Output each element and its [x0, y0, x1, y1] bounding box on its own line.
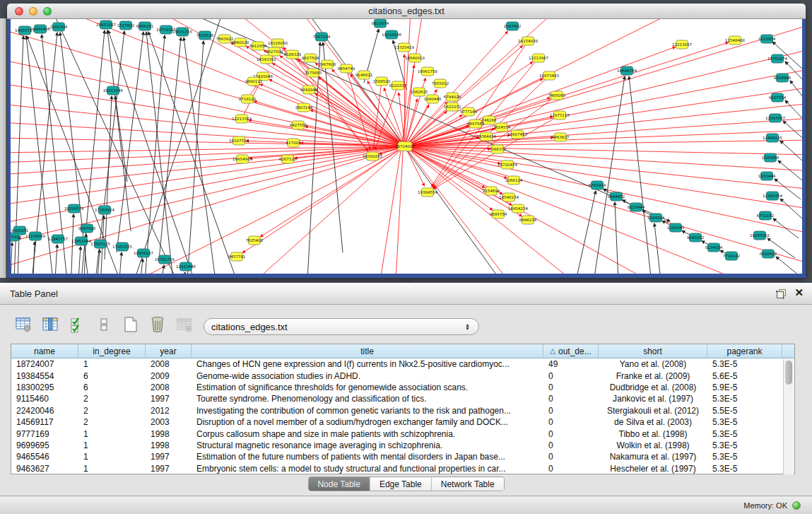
table-row[interactable]: 911546021997Tourette syndrome. Phenomeno…	[11, 393, 794, 404]
table-cell[interactable]: Structural magnetic resonance image aver…	[192, 440, 543, 450]
table-cell[interactable]: 1997	[146, 394, 192, 404]
table-cell[interactable]: Genome-wide association studies in ADHD.	[192, 371, 543, 381]
table-cell[interactable]: Embryonic stem cells: a model to study s…	[192, 464, 543, 474]
network-view[interactable]: 1872400776638229860128891295418226058982…	[11, 19, 802, 274]
minimize-window-button[interactable]	[29, 7, 37, 16]
table-cell[interactable]: 1	[78, 452, 146, 462]
table-cell[interactable]: 1	[78, 440, 146, 450]
table-cell[interactable]: 1998	[146, 429, 192, 439]
table-cell[interactable]: Corpus callosum shape and size in male p…	[192, 429, 543, 439]
network-canvas[interactable]: 1872400776638229860128891295418226058982…	[11, 19, 802, 274]
table-cell[interactable]: 2009	[146, 371, 192, 381]
table-row[interactable]: 1456911722003Disruption of a novel membe…	[11, 416, 794, 428]
zoom-window-button[interactable]	[43, 7, 52, 16]
table-cell[interactable]: 22420046	[11, 406, 78, 416]
table-cell[interactable]: Franke et al. (2009)	[599, 371, 707, 381]
table-cell[interactable]: 5.3E-5	[707, 359, 782, 369]
close-window-button[interactable]	[15, 7, 23, 16]
table-cell[interactable]: 2	[78, 394, 146, 404]
table-cell[interactable]: 0	[543, 371, 599, 381]
table-cell[interactable]: 5.6E-5	[707, 371, 782, 381]
column-header-pagerank[interactable]: pagerank	[707, 344, 782, 358]
table-cell[interactable]: 1997	[146, 452, 192, 462]
table-cell[interactable]: 2008	[146, 382, 192, 392]
scrollbar-thumb[interactable]	[785, 361, 792, 385]
table-cell[interactable]: 9777169	[11, 429, 78, 439]
table-cell[interactable]: Tourette syndrome. Phenomenology and cla…	[192, 394, 543, 404]
table-cell[interactable]: 9699695	[11, 440, 78, 450]
table-cell[interactable]: Nakamura et al. (1997)	[599, 452, 707, 462]
table-cell[interactable]: 14569117	[11, 417, 78, 427]
table-cell[interactable]: 0	[543, 394, 599, 404]
new-table-icon[interactable]	[122, 315, 140, 334]
table-cell[interactable]: 0	[543, 406, 599, 416]
table-cell[interactable]: 5.9E-5	[707, 382, 782, 392]
table-cell[interactable]: 2	[78, 417, 146, 427]
table-cell[interactable]: Disruption of a novel member of a sodium…	[192, 417, 543, 427]
column-header-out_de[interactable]: △out_de...	[543, 344, 599, 358]
table-row[interactable]: 946362711997Embryonic stem cells: a mode…	[11, 463, 794, 474]
delete-table-icon[interactable]	[175, 315, 194, 334]
table-cell[interactable]: Tibbo et al. (1998)	[599, 429, 707, 439]
table-cell[interactable]: 2008	[146, 359, 192, 369]
table-cell[interactable]: Jankovic et al. (1997)	[599, 394, 707, 404]
column-header-short[interactable]: short	[599, 344, 707, 358]
tab-node-table[interactable]: Node Table	[308, 477, 370, 491]
table-cell[interactable]: 5.3E-5	[707, 464, 782, 474]
table-cell[interactable]: Estimation of the future numbers of pati…	[192, 452, 543, 462]
table-row[interactable]: 1938455462009Genome-wide association stu…	[11, 370, 794, 381]
table-cell[interactable]: Yano et al. (2008)	[599, 359, 707, 369]
split-pane-divider[interactable]	[400, 279, 411, 282]
column-header-in_degree[interactable]: in_degree	[78, 344, 146, 358]
table-mode-icon[interactable]	[95, 315, 113, 334]
table-cell[interactable]: Wolkin et al. (1998)	[599, 440, 707, 450]
table-cell[interactable]: 2012	[146, 406, 192, 416]
table-cell[interactable]: 2	[78, 406, 146, 416]
table-cell[interactable]: 1997	[146, 464, 192, 474]
table-cell[interactable]: 0	[543, 452, 599, 462]
table-cell[interactable]: 9465546	[11, 452, 78, 462]
table-row[interactable]: 977716911998Corpus callosum shape and si…	[11, 428, 794, 439]
table-cell[interactable]: 19384554	[11, 371, 78, 381]
table-cell[interactable]: 0	[543, 464, 599, 474]
table-cell[interactable]: 5.5E-5	[707, 406, 782, 416]
table-cell[interactable]: 9115460	[11, 394, 78, 404]
table-row[interactable]: 1872400712008Changes of HCN gene express…	[11, 358, 794, 370]
table-cell[interactable]: 5.3E-5	[707, 440, 782, 450]
table-cell[interactable]: 5.3E-5	[707, 452, 782, 462]
table-selector-dropdown[interactable]: citations_edges.txt ▲▼	[204, 318, 479, 335]
column-header-name[interactable]: name	[11, 344, 78, 358]
table-cell[interactable]: 18724007	[11, 359, 78, 369]
table-cell[interactable]: 2003	[146, 417, 192, 427]
table-row[interactable]: 969969511998Structural magnetic resonanc…	[11, 440, 794, 451]
table-cell[interactable]: 0	[543, 429, 599, 439]
table-cell[interactable]: 49	[543, 359, 599, 369]
table-cell[interactable]: de Silva et al. (2003)	[599, 417, 707, 427]
vertical-scrollbar[interactable]	[783, 359, 794, 474]
table-row[interactable]: 2242004622012Investigating the contribut…	[11, 405, 794, 416]
row-selection-icon[interactable]	[68, 315, 86, 334]
table-cell[interactable]: 5.3E-5	[707, 429, 782, 439]
table-cell[interactable]: Stergiakouli et al. (2012)	[599, 406, 707, 416]
column-visibility-icon[interactable]	[41, 315, 59, 334]
table-cell[interactable]: 1	[78, 359, 146, 369]
table-cell[interactable]: 6	[78, 371, 146, 381]
close-panel-icon[interactable]: ✕	[794, 286, 804, 299]
table-cell[interactable]: 0	[543, 382, 599, 392]
delete-rows-icon[interactable]	[148, 315, 167, 334]
column-header-year[interactable]: year	[146, 344, 192, 358]
table-cell[interactable]: Dudbridge et al. (2008)	[599, 382, 707, 392]
table-cell[interactable]: 1998	[146, 440, 192, 450]
tab-network-table[interactable]: Network Table	[432, 477, 504, 491]
table-cell[interactable]: 6	[78, 382, 146, 392]
table-cell[interactable]: Estimation of significance thresholds fo…	[192, 382, 543, 392]
table-cell[interactable]: Investigating the contribution of common…	[192, 406, 543, 416]
table-row[interactable]: 946554611997Estimation of the future num…	[11, 451, 794, 462]
table-cell[interactable]: 5.3E-5	[707, 394, 782, 404]
table-cell[interactable]: 1	[78, 464, 146, 474]
table-cell[interactable]: Changes of HCN gene expression and I(f) …	[192, 359, 543, 369]
table-settings-icon[interactable]	[14, 315, 33, 334]
tab-edge-table[interactable]: Edge Table	[370, 477, 432, 491]
table-cell[interactable]: 9463627	[11, 464, 78, 474]
table-cell[interactable]: 18300295	[11, 382, 78, 392]
